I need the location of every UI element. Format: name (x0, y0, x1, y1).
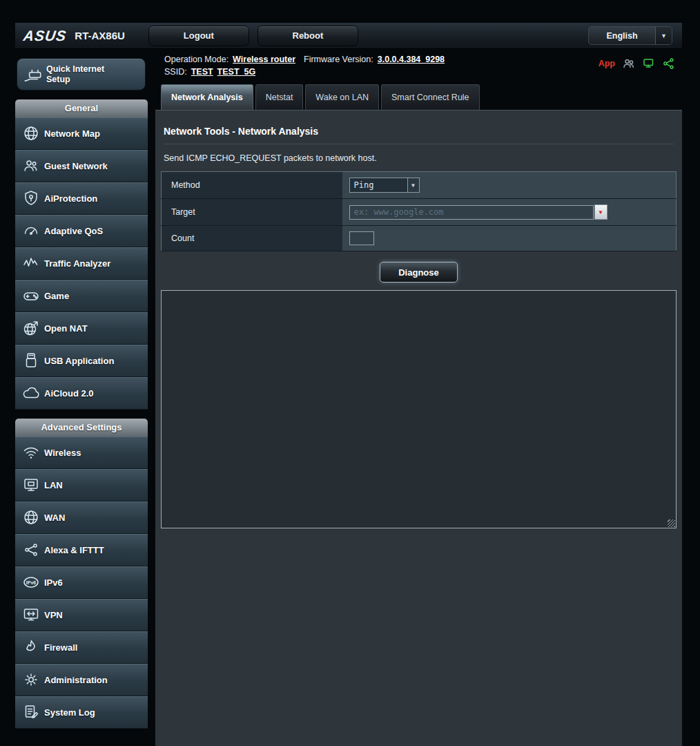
sidebar-item-network-map[interactable]: Network Map (15, 117, 148, 150)
operation-mode-label: Operation Mode: (164, 55, 229, 64)
gamepad-icon (18, 287, 44, 305)
sidebar-item-label: AiCloud 2.0 (44, 388, 94, 399)
top-banner: ASUS RT-AX86U Logout Reboot English ▼ (15, 23, 682, 49)
sidebar-item-system-log[interactable]: System Log (15, 696, 148, 729)
connected-nodes-icon (18, 541, 44, 559)
sidebar-item-label: WAN (44, 513, 65, 523)
resize-handle-icon[interactable] (668, 519, 675, 527)
sidebar-item-label: Firewall (44, 642, 77, 653)
tab-bar: Network Analysis Netstat Wake on LAN Sma… (161, 84, 480, 110)
target-label: Target (162, 199, 342, 226)
app-link[interactable]: App (599, 59, 615, 68)
content-panel: Network Tools - Network Analysis Send IC… (155, 110, 682, 746)
page-title: Network Tools - Network Analysis (164, 126, 674, 144)
shield-lock-icon (18, 189, 44, 207)
page-description: Send ICMP ECHO_REQUEST packets to networ… (164, 153, 674, 163)
ssid-24g-link[interactable]: TEST (191, 67, 213, 77)
sidebar-item-label: System Log (44, 707, 95, 718)
quick-internet-setup-button[interactable]: Quick Internet Setup (17, 58, 146, 90)
sidebar-item-traffic-analyzer[interactable]: Traffic Analyzer (15, 247, 148, 280)
method-row: Method Ping ▼ (162, 172, 677, 199)
sidebar-item-firewall[interactable]: Firewall (15, 631, 148, 664)
clients-people-icon[interactable] (623, 57, 635, 70)
sidebar-item-adaptive-qos[interactable]: Adaptive QoS (15, 215, 148, 247)
sidebar-item-label: USB Application (44, 356, 114, 366)
globe-arrow-icon (18, 319, 44, 337)
sidebar: Quick Internet Setup General Network Map… (15, 49, 148, 746)
sidebar-item-label: Traffic Analyzer (44, 258, 110, 269)
count-label: Count (162, 226, 342, 251)
sidebar-item-label: Adaptive QoS (44, 226, 103, 236)
tab-netstat[interactable]: Netstat (255, 84, 304, 110)
sidebar-item-administration[interactable]: Administration (15, 664, 148, 696)
chevron-down-icon: ▼ (407, 178, 419, 192)
sidebar-item-guest-network[interactable]: Guest Network (15, 150, 148, 182)
language-label: English (589, 31, 655, 41)
sidebar-item-label: Open NAT (44, 323, 88, 334)
usb-drive-icon (18, 352, 44, 370)
wan-globe-icon (18, 508, 44, 526)
ipv6-badge-icon: IPv6 (18, 573, 44, 591)
target-input-group: ▼ (349, 204, 607, 220)
operation-mode-link[interactable]: Wireless router (233, 55, 295, 64)
wifi-icon (18, 443, 44, 461)
quick-setup-label: Quick Internet Setup (46, 64, 104, 85)
sidebar-item-lan[interactable]: LAN (15, 469, 148, 501)
sidebar-item-wireless[interactable]: Wireless (15, 437, 148, 469)
sidebar-item-game[interactable]: Game (15, 280, 148, 312)
sidebar-item-vpn[interactable]: VPN (15, 599, 148, 631)
analysis-form-table: Method Ping ▼ Target (161, 171, 677, 251)
lan-port-icon (18, 476, 44, 494)
sidebar-item-ipv6[interactable]: IPv6 IPv6 (15, 566, 148, 599)
monitor-status-icon[interactable] (643, 57, 655, 70)
count-input[interactable] (349, 231, 374, 245)
sidebar-item-wan[interactable]: WAN (15, 501, 148, 534)
method-selected-value: Ping (350, 180, 407, 190)
network-share-icon[interactable] (663, 57, 675, 70)
sidebar-item-label: Network Map (44, 128, 100, 139)
sidebar-item-open-nat[interactable]: Open NAT (15, 312, 148, 345)
sidebar-item-aiprotection[interactable]: AiProtection (15, 182, 148, 215)
header-status-icons: App (599, 57, 675, 70)
quick-setup-icon (20, 64, 46, 85)
flame-icon (18, 638, 44, 656)
app-body: Quick Internet Setup General Network Map… (15, 49, 682, 746)
info-bar: Operation Mode: Wireless router Firmware… (155, 49, 682, 110)
sidebar-item-usb-application[interactable]: USB Application (15, 345, 148, 377)
cloud-icon (18, 384, 44, 402)
sidebar-item-label: VPN (44, 610, 63, 620)
sidebar-item-label: Alexa & IFTTT (44, 545, 104, 555)
waveform-icon (18, 254, 44, 272)
vpn-tunnel-icon (18, 606, 44, 624)
language-dropdown[interactable]: English ▼ (588, 26, 672, 45)
sidebar-item-label: IPv6 (44, 577, 63, 588)
quick-setup-line2: Setup (46, 75, 70, 84)
result-textarea[interactable] (161, 290, 677, 528)
target-dropdown-button[interactable]: ▼ (594, 204, 607, 220)
method-select[interactable]: Ping ▼ (349, 178, 420, 193)
sidebar-item-label: Game (44, 291, 69, 301)
sidebar-item-alexa-ifttt[interactable]: Alexa & IFTTT (15, 534, 148, 566)
count-row: Count (162, 226, 677, 251)
tab-smart-connect-rule[interactable]: Smart Connect Rule (381, 84, 480, 110)
tab-wake-on-lan[interactable]: Wake on LAN (305, 84, 379, 110)
main-column: Operation Mode: Wireless router Firmware… (155, 49, 682, 746)
reboot-button[interactable]: Reboot (257, 26, 358, 46)
target-row: Target ▼ (162, 199, 677, 226)
result-area-wrap (161, 290, 677, 528)
sidebar-item-label: LAN (44, 480, 63, 490)
firmware-version-link[interactable]: 3.0.0.4.384_9298 (378, 55, 445, 64)
sidebar-item-label: Guest Network (44, 161, 108, 171)
speedometer-icon (18, 222, 44, 240)
sidebar-item-label: AiProtection (44, 193, 97, 204)
tab-network-analysis[interactable]: Network Analysis (161, 84, 253, 110)
diagnose-button[interactable]: Diagnose (380, 262, 458, 283)
ssid-5g-link[interactable]: TEST_5G (217, 67, 256, 77)
router-admin-app: ASUS RT-AX86U Logout Reboot English ▼ Qu… (15, 23, 682, 746)
router-model: RT-AX86U (75, 30, 125, 41)
logout-button[interactable]: Logout (148, 26, 249, 46)
sidebar-item-aicloud[interactable]: AiCloud 2.0 (15, 377, 148, 410)
target-input[interactable] (349, 205, 594, 220)
section-header-advanced: Advanced Settings (15, 419, 148, 437)
document-pencil-icon (18, 703, 44, 721)
